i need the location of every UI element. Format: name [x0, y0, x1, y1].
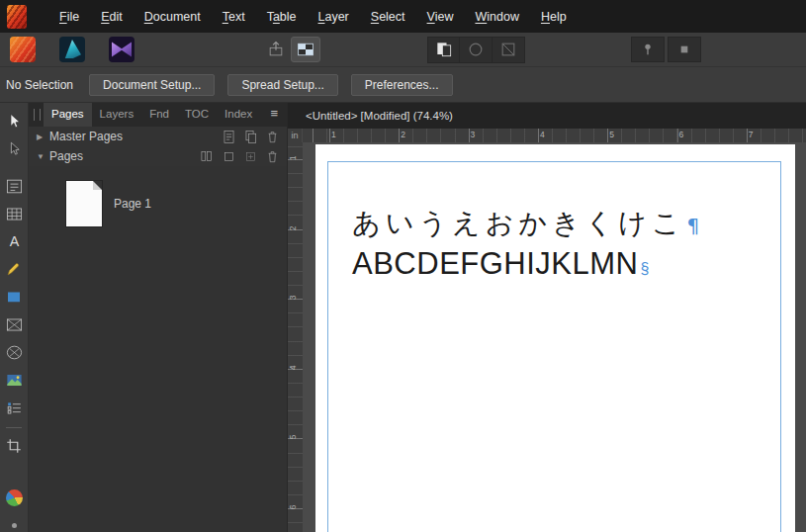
- ellipse-frame-x-icon: [5, 343, 24, 362]
- preferences-button[interactable]: Preferences...: [351, 74, 453, 96]
- place-image-tool[interactable]: [1, 367, 27, 393]
- table-tool[interactable]: [1, 201, 27, 226]
- h-ruler-tick: 5: [609, 130, 614, 139]
- rect-frame-x-icon: [5, 315, 24, 334]
- ruler-unit-label[interactable]: in: [288, 129, 303, 142]
- master-pages-row[interactable]: ▶ Master Pages: [29, 127, 287, 146]
- node-tool[interactable]: [1, 135, 27, 161]
- page[interactable]: あいうえおかきくけこ¶ ABCDEFGHIJKLMN§: [315, 144, 795, 532]
- facing-pages-button[interactable]: [427, 37, 460, 63]
- spread-setup-button[interactable]: Spread Setup...: [227, 74, 337, 96]
- duplicate-master-icon[interactable]: [244, 130, 257, 144]
- menu-layer[interactable]: Layer: [308, 7, 360, 27]
- pin-icon: [640, 42, 656, 57]
- h-ruler-tick: 3: [471, 130, 476, 139]
- square-diagonal-icon: [498, 40, 518, 59]
- expand-arrow-icon[interactable]: ▶: [37, 133, 49, 141]
- tools-panel: A: [0, 103, 29, 532]
- vector-brush-tool[interactable]: [1, 256, 27, 282]
- preview-mode-button[interactable]: [291, 37, 320, 62]
- tab-pages[interactable]: Pages: [44, 103, 92, 127]
- horizontal-ruler[interactable]: 1234567: [303, 129, 806, 142]
- black-cursor-icon: [7, 141, 22, 156]
- pages-actions: [200, 149, 279, 164]
- page-thumbnail[interactable]: [66, 181, 102, 226]
- menu-help[interactable]: Help: [530, 7, 578, 27]
- page-item[interactable]: Page 1: [66, 181, 287, 226]
- fields-tool[interactable]: [1, 395, 27, 420]
- v-ruler-tick: 3: [288, 296, 298, 301]
- menu-edit[interactable]: Edit: [90, 7, 134, 27]
- clip-view-button[interactable]: [493, 37, 525, 63]
- export-arrow-icon: [266, 40, 286, 59]
- pages-row[interactable]: ▼ Pages: [29, 146, 287, 166]
- assets-button[interactable]: [668, 37, 701, 62]
- trash-icon[interactable]: [266, 130, 279, 144]
- snapping-button[interactable]: [631, 37, 665, 62]
- menu-text[interactable]: Text: [212, 7, 256, 27]
- picture-frame-ellipse-tool[interactable]: [1, 339, 27, 365]
- publisher-app-icon[interactable]: [10, 37, 36, 62]
- menu-file[interactable]: File: [48, 7, 90, 27]
- document-setup-button[interactable]: Document Setup...: [89, 74, 215, 96]
- svg-text:A: A: [9, 233, 19, 249]
- rectangle-tool[interactable]: [1, 284, 27, 310]
- columns-icon[interactable]: [200, 149, 214, 163]
- h-ruler-tick: 7: [749, 130, 754, 139]
- panel-menu-icon[interactable]: ≡: [261, 103, 287, 127]
- text-line-2: ABCDEFGHIJKLMN§: [352, 246, 780, 282]
- h-ruler-tick: 2: [401, 130, 405, 139]
- photo-icon: [5, 371, 24, 390]
- h-ruler-tick: 1: [331, 130, 336, 139]
- canvas[interactable]: あいうえおかきくけこ¶ ABCDEFGHIJKLMN§: [303, 142, 806, 532]
- h-ruler-tick: 4: [540, 130, 545, 139]
- collapse-arrow-icon[interactable]: ▼: [37, 152, 49, 161]
- menu-list: FileEditDocumentTextTableLayerSelectView…: [48, 7, 578, 27]
- crop-tool[interactable]: [1, 433, 27, 459]
- rotate-view-button[interactable]: [460, 37, 493, 63]
- facing-pages-icon: [434, 40, 454, 59]
- tab-index[interactable]: Index: [217, 103, 260, 127]
- list-icon: [5, 399, 24, 417]
- menu-window[interactable]: Window: [464, 7, 529, 27]
- document-tab[interactable]: <Untitled> [Modified] (74.4%): [288, 103, 806, 129]
- crop-icon: [5, 437, 23, 455]
- circle-icon: [466, 40, 486, 59]
- text-frame[interactable]: あいうえおかきくけこ¶ ABCDEFGHIJKLMN§: [327, 161, 781, 532]
- designer-app-icon[interactable]: [59, 37, 85, 62]
- picture-frame-rectangle-tool[interactable]: [1, 311, 27, 337]
- panel-grip-handle[interactable]: [34, 109, 41, 121]
- menu-select[interactable]: Select: [360, 7, 416, 27]
- pages-label: Pages: [49, 149, 83, 163]
- tab-fnd[interactable]: Fnd: [141, 103, 177, 127]
- menu-table[interactable]: Table: [256, 7, 308, 27]
- tab-toc[interactable]: TOC: [177, 103, 217, 127]
- context-toolbar: No Selection Document Setup... Spread Se…: [0, 67, 806, 103]
- menu-document[interactable]: Document: [134, 7, 212, 27]
- artistic-text-tool[interactable]: A: [1, 228, 27, 254]
- more-tools-button[interactable]: [1, 512, 27, 532]
- white-cursor-icon: [6, 113, 23, 130]
- blue-rectangle-icon: [5, 288, 23, 306]
- move-tool[interactable]: [1, 108, 27, 133]
- panel-tabs: Pages Layers Fnd TOC Index ≡: [29, 103, 287, 127]
- add-master-icon[interactable]: [223, 130, 235, 144]
- vertical-ruler[interactable]: 123456: [288, 142, 303, 532]
- tab-layers[interactable]: Layers: [92, 103, 142, 127]
- checkerboard-icon: [296, 41, 315, 58]
- photo-app-icon[interactable]: [109, 37, 134, 62]
- menu-bar: FileEditDocumentTextTableLayerSelectView…: [0, 0, 806, 33]
- v-ruler-tick: 2: [288, 225, 298, 230]
- export-button[interactable]: [261, 37, 291, 62]
- frame-text-tool[interactable]: [1, 173, 27, 199]
- duplicate-page-icon[interactable]: [244, 150, 257, 163]
- selection-status: No Selection: [6, 78, 73, 92]
- pages-panel: Pages Layers Fnd TOC Index ≡ ▶ Master Pa…: [29, 103, 288, 532]
- color-picker-tool[interactable]: [1, 485, 27, 510]
- document-title: <Untitled> [Modified] (74.4%): [306, 110, 453, 122]
- master-pages-label: Master Pages: [49, 130, 123, 143]
- master-pages-actions: [223, 130, 279, 144]
- trash-icon[interactable]: [266, 149, 279, 164]
- add-page-icon[interactable]: [223, 150, 235, 163]
- menu-view[interactable]: View: [416, 7, 465, 27]
